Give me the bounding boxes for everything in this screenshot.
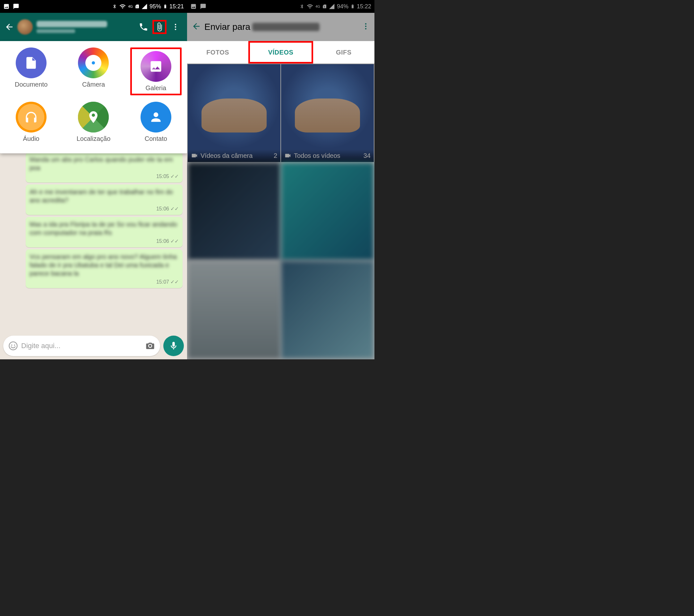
svg-point-5	[9, 342, 17, 350]
battery-percent: 95%	[149, 3, 161, 10]
folder-label: Todos os vídeos	[294, 152, 341, 160]
attach-label: Galeria	[146, 84, 166, 92]
location-icon	[86, 110, 101, 124]
emoji-icon[interactable]	[8, 341, 18, 351]
svg-point-14	[365, 28, 366, 29]
svg-point-13	[365, 26, 366, 27]
input-placeholder: Digite aqui...	[21, 342, 145, 350]
call-button[interactable]	[136, 20, 150, 34]
attachment-panel: Documento Câmera Galeria	[0, 41, 187, 153]
back-icon[interactable]	[4, 22, 14, 32]
message-time: 15:05	[156, 174, 169, 179]
signal-icon	[141, 3, 148, 10]
message-bubble[interactable]: Vcs pensaram em algo pro ano novo? Algue…	[26, 249, 183, 288]
headphones-icon	[24, 110, 38, 124]
image-icon	[3, 3, 10, 10]
message-bubble[interactable]: Manda um abs pro Carlos quando puder ele…	[26, 152, 183, 183]
folder-count: 34	[364, 152, 370, 160]
attach-label: Contato	[145, 135, 167, 142]
svg-point-2	[175, 24, 176, 25]
attach-gallery[interactable]: Galeria	[130, 48, 182, 95]
check-icon: ✓✓	[170, 174, 179, 179]
svg-text:1: 1	[136, 5, 138, 8]
svg-point-3	[175, 26, 176, 28]
folder-count: 2	[274, 152, 277, 160]
clock-time: 15:21	[169, 3, 184, 10]
chat-icon	[200, 3, 206, 10]
check-icon: ✓✓	[170, 238, 179, 244]
folder-label: Vídeos da câmera	[201, 152, 253, 160]
attach-label: Localização	[77, 135, 111, 142]
attach-label: Câmera	[82, 81, 105, 88]
more-button[interactable]	[168, 20, 183, 34]
paperclip-icon	[154, 22, 164, 32]
tab-gifs[interactable]: GIFS	[313, 41, 375, 64]
more-vert-icon	[362, 22, 370, 31]
more-button[interactable]	[362, 22, 370, 32]
media-tabs: FOTOS VÍDEOS GIFS	[187, 41, 375, 64]
status-bar: 4G 1 94% 15:22	[187, 0, 375, 13]
message-time: 15:06	[156, 206, 169, 212]
video-folder[interactable]	[281, 163, 374, 260]
video-folder[interactable]: Vídeos da câmera 2	[188, 64, 280, 162]
tab-photos[interactable]: FOTOS	[187, 41, 248, 64]
message-bubble[interactable]: Mas a ida pra Floripa ta de pe So vou fi…	[26, 217, 183, 247]
contact-number	[252, 23, 319, 31]
attach-audio[interactable]: Áudio	[5, 102, 57, 142]
svg-point-8	[92, 61, 95, 65]
svg-text:1: 1	[324, 5, 325, 8]
camera-icon[interactable]	[145, 341, 155, 351]
mic-button[interactable]	[163, 336, 184, 356]
sim-icon: 1	[135, 3, 139, 10]
svg-point-9	[153, 112, 158, 117]
chat-header	[0, 13, 187, 41]
avatar[interactable]	[17, 19, 33, 35]
svg-point-7	[14, 345, 15, 346]
message-bubble[interactable]: Ah e me inventaram de ter que trabalhar …	[26, 184, 183, 215]
video-folder[interactable]	[188, 261, 280, 359]
contact-name[interactable]	[37, 21, 134, 33]
image-icon	[190, 3, 197, 10]
message-time: 15:06	[156, 238, 169, 244]
sim-icon: 1	[322, 3, 327, 10]
attach-label: Áudio	[23, 135, 39, 142]
camera-icon	[89, 58, 98, 68]
picker-header: Enviar para	[187, 13, 375, 41]
video-folder[interactable]	[281, 261, 374, 359]
video-gallery: Vídeos da câmera 2 Todos os vídeos 34	[187, 64, 375, 359]
status-bar: 4G 1 95% 15:21	[0, 0, 187, 13]
chat-icon	[13, 3, 19, 10]
check-icon: ✓✓	[170, 279, 179, 285]
wifi-icon	[119, 3, 126, 10]
attach-label: Documento	[15, 81, 48, 88]
mic-icon	[169, 341, 178, 351]
attach-location[interactable]: Localização	[68, 102, 119, 142]
svg-point-12	[365, 23, 366, 24]
bluetooth-icon	[112, 3, 117, 10]
message-time: 15:07	[156, 279, 169, 285]
message-input[interactable]: Digite aqui...	[3, 336, 160, 356]
phone-icon	[139, 22, 148, 32]
video-icon	[191, 152, 198, 159]
picker-title: Enviar para	[204, 22, 250, 32]
clock-time: 15:22	[357, 3, 371, 10]
wifi-icon	[306, 3, 313, 10]
svg-point-6	[11, 345, 13, 346]
bluetooth-icon	[299, 3, 305, 10]
svg-rect-1	[165, 5, 166, 8]
attach-button[interactable]	[152, 20, 166, 34]
tab-videos[interactable]: VÍDEOS	[248, 41, 313, 64]
attach-contact[interactable]: Contato	[130, 102, 182, 142]
battery-percent: 94%	[337, 3, 348, 10]
video-folder[interactable]	[188, 163, 280, 260]
back-button[interactable]	[191, 21, 204, 32]
check-icon: ✓✓	[170, 206, 179, 212]
more-vert-icon	[171, 23, 180, 31]
image-icon	[149, 59, 163, 73]
attach-document[interactable]: Documento	[5, 48, 57, 95]
svg-point-4	[175, 29, 176, 30]
battery-icon	[350, 3, 355, 10]
attach-camera[interactable]: Câmera	[68, 48, 119, 95]
svg-rect-11	[352, 5, 353, 8]
video-folder[interactable]: Todos os vídeos 34	[281, 64, 374, 162]
